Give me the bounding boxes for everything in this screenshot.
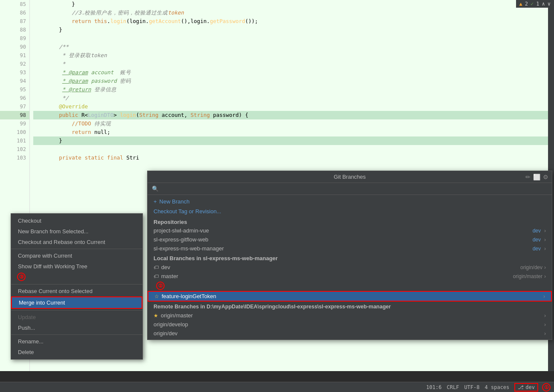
star-icon-origin-master: ★ <box>154 313 158 319</box>
badge-2: ② <box>156 282 165 290</box>
checkout-rebase-item[interactable]: Checkout and Rebase onto Current <box>11 237 142 247</box>
settings-icon[interactable]: ⚙ <box>543 174 548 180</box>
star-icon-feature: ☆ <box>154 293 159 299</box>
local-branch-feature[interactable]: ☆ feature-loginGetToken › <box>148 291 552 302</box>
git-panel-icons: ✏ ⬜ ⚙ <box>525 174 548 180</box>
new-branch-action[interactable]: + New Branch <box>148 197 552 206</box>
code-line-89 <box>33 34 554 43</box>
new-branch-from-selected-item[interactable]: New Branch from Selected... <box>11 226 142 237</box>
checkmark-icon: ✓ <box>531 1 534 7</box>
branch-right-feature: › <box>543 293 545 299</box>
code-line-96: */ <box>33 94 554 102</box>
git-panel-header: Git Branches ✏ ⬜ ⚙ <box>148 171 552 183</box>
git-panel-title: Git Branches <box>334 174 365 180</box>
checkout-tag-label: Checkout Tag or Revision... <box>154 208 221 215</box>
code-line-97: @Override <box>33 102 554 111</box>
branch-left-origin-develop: origin/develop <box>154 321 188 328</box>
repo-item-2[interactable]: sl-express-gitflow-web dev › <box>148 235 552 244</box>
separator-3 <box>11 310 142 311</box>
code-line-90: /** <box>33 43 554 51</box>
line-num-98: 98 <box>0 111 29 119</box>
branch-arrow-feature: › <box>543 293 545 299</box>
status-line-ending[interactable]: CRLF <box>447 384 459 390</box>
remote-branches-header-label: Remote Branches in D:\myAppDate\IDEA\spr… <box>154 304 391 310</box>
remote-branch-origin-develop[interactable]: origin/develop › <box>148 320 552 329</box>
line-num-97: 97 <box>0 102 29 111</box>
merge-into-current-item[interactable]: Merge into Current <box>11 296 142 309</box>
badge-3: ③ <box>17 273 26 281</box>
repo-name-3: sl-express-ms-web-manager <box>154 245 224 252</box>
status-indent[interactable]: 4 spaces <box>485 384 510 390</box>
line-num-91: 91 <box>0 51 29 60</box>
remote-branches-section-header: Remote Branches in D:\myAppDate\IDEA\spr… <box>148 302 552 311</box>
window-icon[interactable]: ⬜ <box>533 174 540 180</box>
position-value: 101:6 <box>426 384 441 390</box>
arrow-up-icon[interactable]: ∧ <box>542 1 545 7</box>
code-line-88: } <box>33 26 554 34</box>
repo-name-1: project-slwl-admin-vue <box>154 227 209 234</box>
branch-left-feature: ☆ feature-loginGetToken <box>154 293 216 299</box>
repo-arrow-2: › <box>544 237 546 243</box>
plus-icon: + <box>154 198 157 205</box>
arrow-origin-develop: › <box>544 322 546 328</box>
search-icon: 🔍 <box>152 186 159 192</box>
branch-name-origin-develop: origin/develop <box>154 321 188 328</box>
rename-label: Rename... <box>18 338 44 345</box>
repositories-header-label: Repositories <box>154 219 187 225</box>
code-line-101: } <box>33 136 554 145</box>
rename-item[interactable]: Rename... <box>11 336 142 347</box>
status-branch-container[interactable]: ⎇ dev ① <box>514 383 551 392</box>
line-num-89: 89 <box>0 34 29 43</box>
show-diff-item[interactable]: Show Diff with Working Tree <box>11 261 142 272</box>
edit-icon[interactable]: ✏ <box>525 174 531 180</box>
git-branches-panel: Git Branches ✏ ⬜ ⚙ 🔍 + New Branch Checko… <box>147 171 552 340</box>
remote-branch-origin-dev[interactable]: origin/dev › <box>148 329 552 338</box>
local-branch-dev[interactable]: 🏷 dev origin/dev › <box>148 263 552 272</box>
line-num-86: 86 <box>0 9 29 17</box>
push-label: Push... <box>18 325 35 331</box>
code-line-85: } <box>33 0 554 9</box>
repo-item-3[interactable]: sl-express-ms-web-manager dev › <box>148 244 552 253</box>
checkout-tag-action[interactable]: Checkout Tag or Revision... <box>148 206 552 216</box>
branch-status-box[interactable]: ⎇ dev <box>514 383 538 392</box>
branch-left-dev: 🏷 dev <box>154 264 170 270</box>
repo-arrow-3: › <box>544 246 546 252</box>
remote-branch-origin-master[interactable]: ★ origin/master › <box>148 311 552 320</box>
show-diff-label: Show Diff with Working Tree <box>18 263 87 270</box>
branch-name-origin-dev: origin/dev <box>154 330 177 337</box>
code-line-100: return null; <box>33 128 554 136</box>
status-bar: 101:6 CRLF UTF-8 4 spaces ⎇ dev ① <box>0 382 554 392</box>
rebase-current-label: Rebase Current onto Selected <box>18 288 93 294</box>
branch-name-master: master <box>161 273 178 279</box>
repo-item-1[interactable]: project-slwl-admin-vue dev › <box>148 226 552 235</box>
code-line-94: * @param password 密码 <box>33 77 554 85</box>
compare-with-current-item[interactable]: Compare with Current <box>11 250 142 261</box>
code-line-102 <box>33 145 554 154</box>
branch-name-feature: feature-loginGetToken <box>162 293 216 299</box>
warning-count: 2 <box>525 1 528 7</box>
push-item[interactable]: Push... <box>11 322 142 333</box>
tag-icon-master: 🏷 <box>154 273 159 279</box>
rebase-current-item[interactable]: Rebase Current onto Selected <box>11 286 142 296</box>
line-num-92: 92 <box>0 60 29 68</box>
status-position[interactable]: 101:6 <box>426 384 441 390</box>
branch-right-master: origin/master › <box>513 273 546 279</box>
checkout-rebase-label: Checkout and Rebase onto Current <box>18 239 105 245</box>
local-branch-master[interactable]: 🏷 master origin/master › <box>148 272 552 281</box>
delete-item[interactable]: Delete <box>11 347 142 357</box>
line-ending-value: CRLF <box>447 384 459 390</box>
line-num-93: 93 <box>0 68 29 77</box>
code-line-93: * @param account 账号 <box>33 68 554 77</box>
status-encoding[interactable]: UTF-8 <box>464 384 479 390</box>
git-search-input[interactable] <box>161 186 548 192</box>
separator-4 <box>11 334 142 335</box>
code-line-86: //3.校验用户名，密码，校验通过生成token <box>33 9 554 17</box>
checkout-item[interactable]: Checkout <box>11 215 142 226</box>
repo-name-2: sl-express-gitflow-web <box>154 236 209 243</box>
badge-1: ① <box>542 383 551 392</box>
repo-badge-1: dev › <box>533 228 546 234</box>
arrow-origin-dev: › <box>544 331 546 337</box>
arrow-down-icon[interactable]: ∨ <box>548 1 551 7</box>
branch-arrow-master: › <box>544 273 546 279</box>
repo-arrow-1: › <box>544 228 546 234</box>
